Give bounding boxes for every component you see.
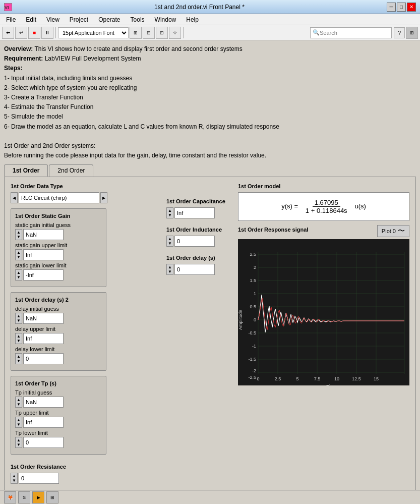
static-gain-upper-row: ▲▼ — [15, 249, 102, 260]
minimize-button[interactable]: ─ — [387, 3, 396, 12]
svg-text:1: 1 — [254, 291, 256, 296]
toolbar-logo-btn[interactable]: ⊞ — [406, 27, 418, 39]
help-button[interactable]: ? — [394, 27, 405, 38]
svg-text:0: 0 — [257, 376, 259, 381]
delay-initial-input[interactable] — [23, 313, 64, 324]
svg-text:Time: Time — [326, 384, 336, 385]
close-button[interactable]: ✕ — [407, 3, 416, 12]
tp-lower-input[interactable] — [23, 437, 64, 448]
tp-title: 1st Order Tp (s) — [15, 380, 102, 386]
data-type-section: 1st Order Data Type ◀ ▶ — [11, 183, 160, 203]
maximize-button[interactable]: □ — [397, 3, 406, 12]
svg-text:-1.5: -1.5 — [248, 357, 256, 362]
app-icon: VI — [4, 3, 12, 11]
step-3: 3- Create a Transfer Function — [4, 93, 416, 102]
delay-lower-input[interactable] — [23, 353, 64, 364]
static-gain-title: 1st Order Static Gain — [15, 213, 102, 219]
delay-title: 1st Order delay (s) 2 — [15, 297, 102, 303]
tp-lower-spinner[interactable]: ▲▼ — [15, 437, 22, 448]
menu-project[interactable]: Project — [66, 15, 92, 24]
tp-upper-spinner[interactable]: ▲▼ — [15, 417, 22, 428]
tp-initial-group: Tp initial guess ▲▼ — [15, 389, 102, 408]
search-box[interactable]: 🔍 — [310, 27, 392, 38]
response-plot[interactable]: 2.5 2 1.5 1 0.5 0 -0.5 -1 -1.5 -2 — [238, 239, 409, 385]
tab-first-order[interactable]: 1st Order — [4, 164, 48, 177]
toolbar-arrow-btn[interactable]: ⬅ — [2, 27, 14, 39]
menu-help[interactable]: Help — [182, 15, 203, 24]
delay-upper-spinner[interactable]: ▲▼ — [15, 333, 22, 344]
plot-button[interactable]: Plot 0 〜 — [377, 225, 409, 237]
svg-text:2.5: 2.5 — [250, 252, 256, 257]
requirement-text: LabVIEW Full Development System — [43, 55, 141, 62]
svg-text:15: 15 — [374, 376, 379, 381]
data-type-prev-btn[interactable]: ◀ — [11, 192, 18, 203]
static-gain-initial-input[interactable] — [23, 229, 64, 240]
svg-text:2.5: 2.5 — [275, 376, 281, 381]
inductance-title: 1st Order Inductance — [166, 227, 232, 233]
tp-lower-label: Tp lower limit — [15, 430, 102, 436]
delay-upper-input[interactable] — [23, 333, 64, 344]
static-gain-lower-spinner[interactable]: ▲▼ — [15, 269, 22, 281]
menu-edit[interactable]: Edit — [22, 15, 40, 24]
static-gain-upper-input[interactable] — [23, 249, 64, 260]
step-5: 5- Simulate the model — [4, 112, 416, 122]
static-gain-section: 1st Order Static Gain static gain initia… — [11, 208, 106, 287]
systems-title: 1st Order and 2nd Order systems: — [4, 141, 416, 151]
status-icon-4: ⊞ — [46, 491, 58, 503]
delay-section: 1st Order delay (s) 2 delay initial gues… — [11, 292, 106, 371]
toolbar-pause-btn[interactable]: ⏸ — [41, 27, 53, 39]
tp-initial-input[interactable] — [23, 397, 64, 408]
font-selector[interactable]: 15pt Application Font — [58, 27, 129, 38]
response-section: 1st Order Response signal Plot 0 〜 — [238, 225, 409, 387]
resistance-spinner[interactable]: ▲▼ — [11, 473, 18, 484]
delay-lower-group: delay lower limit ▲▼ — [15, 346, 102, 364]
tab-second-order[interactable]: 2nd Order — [49, 164, 93, 177]
static-gain-initial-spinner[interactable]: ▲▼ — [15, 229, 22, 240]
response-title: 1st Order Response signal — [238, 227, 308, 233]
svg-text:-0.5: -0.5 — [248, 330, 256, 335]
search-input[interactable] — [320, 30, 389, 36]
capacitance-spinner[interactable]: ▲▼ — [166, 207, 173, 218]
delay-lower-spinner[interactable]: ▲▼ — [15, 353, 22, 364]
static-gain-lower-input[interactable] — [23, 269, 64, 281]
equation-numerator: 1.67095 — [313, 199, 340, 207]
inductance-spinner[interactable]: ▲▼ — [166, 236, 173, 247]
menu-tools[interactable]: Tools — [127, 15, 149, 24]
data-type-input[interactable] — [19, 192, 99, 203]
static-gain-upper-label: static gain upper limit — [15, 242, 102, 248]
step-1: 1- Input initial data, including limits … — [4, 74, 416, 83]
tp-upper-row: ▲▼ — [15, 417, 102, 428]
requirement-label: Requirement: — [4, 55, 43, 62]
toolbar-resize-btn[interactable]: ⊡ — [156, 27, 168, 39]
menu-file[interactable]: File — [2, 15, 20, 24]
toolbar-align-btn[interactable]: ⊞ — [130, 27, 142, 39]
model-section: 1st Order model y(s) = 1.67095 1 + 0.118… — [238, 183, 409, 221]
toolbar-dist-btn[interactable]: ⊟ — [143, 27, 155, 39]
steps-label: Steps: — [4, 65, 23, 72]
static-gain-upper-spinner[interactable]: ▲▼ — [15, 249, 22, 260]
svg-rect-0 — [238, 242, 409, 383]
tp-initial-label: Tp initial guess — [15, 389, 102, 396]
menu-operate[interactable]: Operate — [94, 15, 124, 24]
resistance-input[interactable] — [19, 473, 59, 484]
delay-upper-group: delay upper limit ▲▼ — [15, 326, 102, 344]
delay-initial-spinner[interactable]: ▲▼ — [15, 313, 22, 324]
delay-s-title: 1st Order delay (s) — [166, 255, 232, 261]
inductance-input[interactable] — [174, 236, 215, 247]
tp-initial-spinner[interactable]: ▲▼ — [15, 397, 22, 408]
toolbar-undo-btn[interactable]: ↩ — [15, 27, 27, 39]
delay-s-section: 1st Order delay (s) ▲▼ — [166, 255, 232, 275]
plot-container: 2.5 2 1.5 1 0.5 0 -0.5 -1 -1.5 -2 — [238, 239, 409, 387]
delay-s-input[interactable] — [174, 264, 215, 275]
capacitance-row: ▲▼ — [166, 207, 232, 218]
menu-view[interactable]: View — [42, 15, 64, 24]
menu-window[interactable]: Window — [151, 15, 181, 24]
toolbar-order-btn[interactable]: ☆ — [169, 27, 181, 39]
delay-s-spinner[interactable]: ▲▼ — [166, 264, 173, 275]
toolbar-stop-btn[interactable]: ■ — [28, 27, 40, 39]
capacitance-input[interactable] — [174, 207, 215, 218]
tp-upper-input[interactable] — [23, 417, 64, 428]
overview-text: This VI shows how to create and display … — [33, 45, 242, 52]
data-type-next-btn[interactable]: ▶ — [100, 192, 107, 203]
tab-content-first-order: 1st Order Data Type ◀ ▶ 1st Order Static… — [4, 177, 416, 490]
